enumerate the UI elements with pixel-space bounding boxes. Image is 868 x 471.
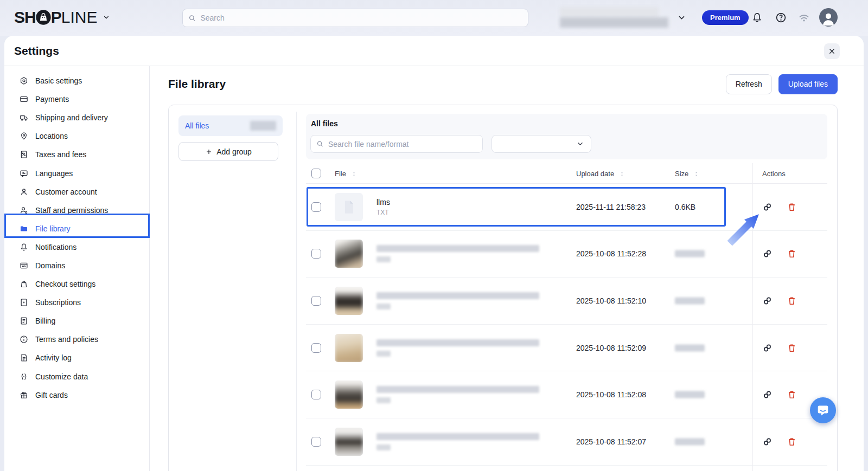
- groups-divider: [296, 112, 297, 471]
- sidebar-item-locations[interactable]: Locations: [4, 127, 149, 145]
- add-group-button[interactable]: Add group: [178, 142, 278, 161]
- avatar[interactable]: [819, 8, 838, 27]
- column-file[interactable]: File: [335, 169, 357, 177]
- sidebar-item-domains[interactable]: Domains: [4, 256, 149, 275]
- file-name: [376, 292, 539, 299]
- global-search[interactable]: [182, 9, 528, 27]
- sidebar-item-icon: [20, 261, 28, 270]
- sidebar-item-payments[interactable]: Payments: [4, 90, 149, 108]
- file-size: 0.6KB: [675, 203, 695, 211]
- row-checkbox[interactable]: [311, 249, 321, 259]
- sidebar-item-taxes-and-fees[interactable]: Taxes and fees: [4, 145, 149, 164]
- sidebar-item-label: Customize data: [35, 372, 88, 381]
- avatar-person-icon: [820, 10, 837, 27]
- file-size: [675, 250, 705, 257]
- copy-link-icon[interactable]: [762, 436, 773, 447]
- sidebar-item-icon: [20, 169, 28, 178]
- file-upload-date: 2025-10-08 11:52:08: [576, 390, 646, 399]
- delete-icon[interactable]: [787, 436, 797, 447]
- sidebar-item-customer-account[interactable]: Customer account: [4, 183, 149, 201]
- sidebar-item-staff-and-permissions[interactable]: Staff and permissions: [4, 201, 149, 220]
- row-highlight-annotation: [307, 187, 726, 227]
- sidebar-item-checkout-settings[interactable]: Checkout settings: [4, 275, 149, 293]
- column-size[interactable]: Size: [675, 169, 699, 177]
- delete-icon[interactable]: [787, 343, 797, 353]
- sidebar-item-shipping-and-delivery[interactable]: Shipping and delivery: [4, 108, 149, 127]
- file-name: [376, 339, 539, 346]
- global-search-input[interactable]: [200, 14, 522, 22]
- sidebar-item-basic-settings[interactable]: Basic settings: [4, 72, 149, 90]
- delete-icon[interactable]: [787, 202, 797, 212]
- sidebar-item-subscriptions[interactable]: Subscriptions: [4, 293, 149, 312]
- row-checkbox[interactable]: [311, 343, 321, 353]
- table-row: 2025-10-08 11:52:07: [306, 418, 827, 466]
- select-all-checkbox[interactable]: [311, 169, 321, 178]
- table-header: File Upload date Size Actions: [306, 163, 827, 184]
- file-search[interactable]: [310, 135, 483, 153]
- file-library-main: File library Refresh Upload files All fi…: [150, 66, 864, 471]
- copy-link-icon[interactable]: [762, 343, 773, 353]
- delete-icon[interactable]: [787, 295, 797, 306]
- sidebar-item-languages[interactable]: Languages: [4, 164, 149, 182]
- close-button[interactable]: [824, 43, 840, 59]
- table-body: llms TXT 2025-11-11 21:58:23 0.6KB 2025-…: [306, 184, 827, 471]
- help-icon[interactable]: [775, 12, 787, 23]
- logo-chevron-down-icon[interactable]: [103, 14, 110, 21]
- sidebar-item-customize-data[interactable]: Customize data: [4, 367, 149, 386]
- copy-link-icon[interactable]: [762, 202, 773, 212]
- sidebar-item-icon: [20, 391, 28, 399]
- file-search-input[interactable]: [328, 140, 477, 149]
- row-checkbox[interactable]: [311, 390, 321, 399]
- search-icon: [316, 140, 324, 148]
- settings-header: Settings: [4, 36, 864, 66]
- shopline-bag-icon: [35, 9, 52, 25]
- file-size: [675, 344, 705, 351]
- sidebar-item-icon: [20, 243, 28, 251]
- sidebar-item-billing[interactable]: Billing: [4, 312, 149, 330]
- sidebar-item-label: Billing: [35, 317, 55, 325]
- sidebar-item-notifications[interactable]: Notifications: [4, 238, 149, 256]
- sidebar-item-label: Languages: [35, 169, 73, 178]
- shopline-logo[interactable]: SH P LINE: [14, 8, 110, 27]
- file-upload-date: 2025-10-08 11:52:28: [576, 249, 646, 258]
- store-chevron-down-icon[interactable]: [677, 13, 686, 22]
- sidebar-item-gift-cards[interactable]: Gift cards: [4, 386, 149, 404]
- sidebar-item-icon: [20, 335, 28, 344]
- sidebar-item-file-library[interactable]: File library: [4, 220, 149, 238]
- sidebar-item-terms-and-policies[interactable]: Terms and policies: [4, 330, 149, 349]
- file-format: [376, 351, 391, 357]
- row-checkbox[interactable]: [311, 437, 321, 447]
- table-row: 2025-10-08 11:52:09: [306, 325, 827, 372]
- delete-icon[interactable]: [787, 249, 797, 259]
- copy-link-icon[interactable]: [762, 390, 773, 400]
- search-icon: [188, 14, 196, 22]
- file-upload-date: 2025-10-08 11:52:09: [576, 344, 646, 352]
- sidebar-item-label: Payments: [35, 95, 69, 104]
- table-row: 2025-10-08 11:52:28: [306, 231, 827, 278]
- row-checkbox[interactable]: [311, 296, 321, 306]
- group-all-files-label: All files: [185, 121, 209, 130]
- sidebar-item-label: Subscriptions: [35, 298, 81, 307]
- file-type-select[interactable]: [492, 135, 591, 153]
- sidebar-item-activity-log[interactable]: Activity log: [4, 349, 149, 367]
- sort-icon[interactable]: [693, 171, 699, 177]
- column-upload-date[interactable]: Upload date: [576, 169, 625, 177]
- copy-link-icon[interactable]: [762, 249, 773, 259]
- settings-sidebar: Basic settings Payments Shipping and del…: [4, 66, 150, 471]
- sidebar-item-icon: [20, 372, 28, 381]
- bell-icon[interactable]: [751, 12, 763, 23]
- delete-icon[interactable]: [787, 390, 797, 400]
- sort-icon[interactable]: [619, 171, 625, 177]
- group-all-files[interactable]: All files: [178, 115, 283, 136]
- refresh-button[interactable]: Refresh: [726, 74, 772, 94]
- chat-launcher-button[interactable]: [810, 397, 836, 423]
- topbar: SH P LINE Premium: [0, 0, 868, 36]
- row-checkbox[interactable]: [311, 202, 321, 212]
- sort-icon[interactable]: [351, 171, 357, 177]
- copy-link-icon[interactable]: [762, 295, 773, 306]
- upload-files-button[interactable]: Upload files: [778, 74, 838, 94]
- premium-badge[interactable]: Premium: [702, 10, 749, 25]
- page-title: File library: [168, 78, 226, 91]
- file-name: [376, 245, 539, 252]
- sidebar-item-icon: [20, 298, 28, 307]
